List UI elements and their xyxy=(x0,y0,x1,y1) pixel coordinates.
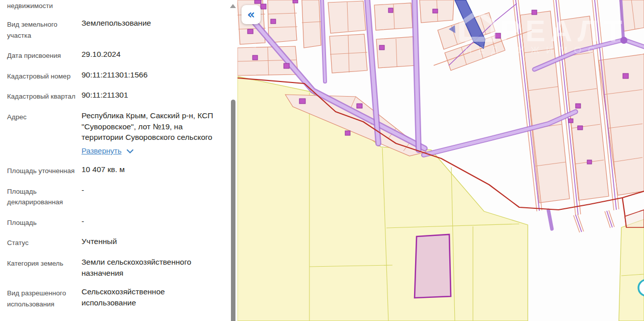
field-label: Категория земель xyxy=(7,257,82,278)
cadastral-viewer: недвижимости Вид земельного участка Земл… xyxy=(0,0,644,321)
field-label: Площадь декларированная xyxy=(7,185,82,208)
field-value: 90:11:211301 xyxy=(82,90,215,102)
field-row-area: Площадь - xyxy=(7,216,223,228)
expand-link[interactable]: Развернуть xyxy=(82,145,122,156)
field-label: Адрес xyxy=(7,110,82,156)
watermark-subtitle: НЕДВИЖИМОСТЬ xyxy=(465,45,626,55)
field-row-land-kind: Вид земельного участка Землепользование xyxy=(7,18,223,41)
address-text: Республика Крым, Сакский р-н, КСП "Сувор… xyxy=(82,111,213,141)
field-row-assign-date: Дата присвоения 29.10.2024 xyxy=(7,49,223,61)
field-row-area-declared: Площадь декларированная - xyxy=(7,185,223,208)
field-label: Статус xyxy=(7,236,82,249)
collapse-panel-button[interactable]: « xyxy=(242,5,261,24)
field-label: Кадастровый квартал xyxy=(7,90,82,102)
field-row-ownership: Форма собственности Частная xyxy=(7,318,223,321)
object-info-panel: недвижимости Вид земельного участка Земл… xyxy=(0,0,228,321)
field-value: Земли сельскохозяйственного назначения xyxy=(82,257,215,278)
field-value: 10 407 кв. м xyxy=(82,164,215,177)
field-row-address: Адрес Республика Крым, Сакский р-н, КСП … xyxy=(7,110,223,156)
chevron-down-icon[interactable] xyxy=(126,149,134,154)
partial-top-label: недвижимости xyxy=(7,2,223,10)
field-value: - xyxy=(82,185,215,208)
field-value: Сельскохозяйственное использование xyxy=(82,286,215,309)
field-value: 29.10.2024 xyxy=(82,49,215,61)
field-row-land-category: Категория земель Земли сельскохозяйствен… xyxy=(7,257,223,278)
field-row-status: Статус Учтенный xyxy=(7,236,223,249)
field-label: Форма собственности xyxy=(7,318,82,321)
field-label: Площадь уточненная xyxy=(7,164,82,177)
scrollbar-up-arrow-icon[interactable] xyxy=(230,4,236,8)
field-label: Дата присвоения xyxy=(7,49,82,61)
field-value: Учтенный xyxy=(82,236,215,249)
watermark-title: РЕАЛТ xyxy=(500,14,627,48)
field-label: Кадастровый номер xyxy=(7,69,82,82)
selected-parcel[interactable] xyxy=(415,234,451,298)
field-value: 90:11:211301:1566 xyxy=(82,69,215,82)
address-expand: Развернуть xyxy=(82,145,215,156)
field-value: Землепользование xyxy=(82,18,215,41)
field-row-permitted-use: Вид разрешенного использования Сельскохо… xyxy=(7,286,223,309)
field-label: Площадь xyxy=(7,216,82,228)
field-row-area-refined: Площадь уточненная 10 407 кв. м xyxy=(7,164,223,177)
field-value: Республика Крым, Сакский р-н, КСП "Сувор… xyxy=(82,110,215,156)
field-label: Вид разрешенного использования xyxy=(7,286,82,309)
panel-scrollbar[interactable] xyxy=(228,0,237,321)
field-label: Вид земельного участка xyxy=(7,18,82,41)
cadastral-map[interactable]: РЕАЛТ НЕДВИЖИМОСТЬ « xyxy=(237,0,644,321)
field-value: Частная xyxy=(82,318,215,321)
field-row-cadastral-block: Кадастровый квартал 90:11:211301 xyxy=(7,90,223,102)
map-canvas[interactable]: РЕАЛТ НЕДВИЖИМОСТЬ xyxy=(237,0,644,321)
scrollbar-thumb[interactable] xyxy=(231,100,235,321)
field-value: - xyxy=(82,216,215,228)
field-row-cadastral-number: Кадастровый номер 90:11:211301:1566 xyxy=(7,69,223,82)
